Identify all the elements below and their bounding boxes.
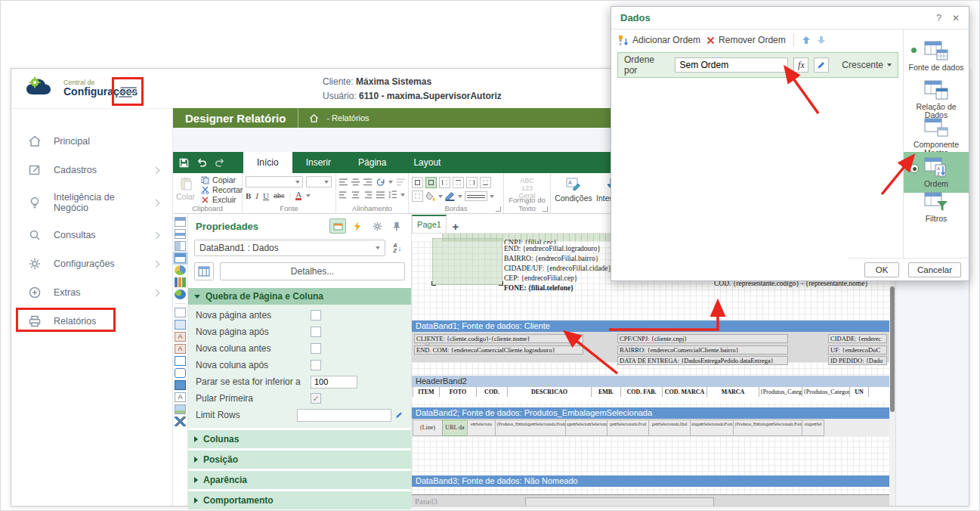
- checkbox-nova-coluna-apos[interactable]: [311, 360, 321, 370]
- scrollbar-thumb[interactable]: [890, 286, 895, 412]
- tab-pagina[interactable]: Página: [345, 152, 400, 173]
- text-wrap-icon[interactable]: [397, 178, 405, 186]
- border-all-button[interactable]: [412, 177, 423, 188]
- toolbox-tools-icon[interactable]: [175, 417, 186, 426]
- field-cpf-cnpj[interactable]: CPF/CNPJ: {cliente.cnpj}: [617, 334, 788, 343]
- data-cell[interactable]: gemSelecionada.Dad: [648, 420, 691, 436]
- header-cell[interactable]: FOTO: [439, 387, 477, 397]
- group-expander-icon[interactable]: [543, 206, 548, 212]
- undo-icon[interactable]: [196, 158, 207, 168]
- fx-button[interactable]: fx: [793, 57, 808, 73]
- toolbox-rect2-icon[interactable]: [175, 368, 186, 378]
- dialog-titlebar[interactable]: Dados ? ✕: [611, 7, 969, 29]
- databand3[interactable]: DataBand3; Fonte de dados: Não Nomeado: [412, 475, 889, 487]
- data-cell[interactable]: emSeleciona: [467, 420, 496, 436]
- header-cell[interactable]: EMB.: [591, 387, 621, 397]
- nav-relacao-de-dados[interactable]: Relação de Dados: [904, 79, 969, 119]
- band-detail-icon-button[interactable]: [194, 262, 214, 280]
- field-uf[interactable]: UF: {enderecoDoC: [828, 345, 887, 355]
- image-placeholder[interactable]: [432, 238, 502, 285]
- align-right-icon[interactable]: [363, 191, 372, 199]
- data-cell-selected[interactable]: URL da: [442, 420, 468, 436]
- field-cidade[interactable]: CIDADE: {enderec: [828, 334, 887, 343]
- align-bottom-icon[interactable]: [363, 178, 372, 186]
- databand1-title[interactable]: DataBand1; Fonte de dados: Cliente: [412, 321, 889, 332]
- field-data-entrega[interactable]: DATA DE ENTREGA: {DadosEntregaPedido.dat…: [617, 356, 788, 365]
- align-left-icon[interactable]: [339, 191, 348, 199]
- header-cell[interactable]: {Produtos_Categoria.nome: [802, 387, 850, 397]
- stop-if-less-input[interactable]: [311, 376, 357, 389]
- headerband2[interactable]: HeaderBand2 ITEM FOTO COD. DESCRICAO EMB…: [412, 376, 889, 402]
- databand2[interactable]: DataBand2; Fonte de dados: Produtos_Emba…: [412, 407, 889, 437]
- group-expander-icon[interactable]: [496, 206, 501, 212]
- cancel-button[interactable]: Cancelar: [908, 262, 961, 277]
- panel3-field[interactable]: [525, 497, 714, 506]
- field-id-pedido[interactable]: ID PEDIDO: {Dado: [828, 356, 887, 365]
- border-right-button[interactable]: [466, 177, 478, 188]
- underline-button[interactable]: U: [263, 191, 269, 200]
- toolbox-image-icon[interactable]: [175, 404, 186, 414]
- dialog-help-button[interactable]: ?: [936, 13, 941, 23]
- paste-button[interactable]: Colar: [176, 175, 195, 204]
- tab-inicio[interactable]: Início: [243, 152, 292, 173]
- limit-rows-input[interactable]: [297, 409, 391, 422]
- nav-filtros[interactable]: Filtros: [904, 191, 969, 223]
- redo-icon[interactable]: [215, 158, 225, 168]
- toolbox-table-icon[interactable]: [175, 253, 186, 263]
- toolbox-text2-icon[interactable]: A: [175, 344, 186, 354]
- component-selector[interactable]: DataBand1 : Dados: [194, 240, 385, 256]
- panel3-band[interactable]: Panel3: [412, 494, 889, 506]
- section-posicao[interactable]: Posição: [188, 451, 411, 469]
- order-by-input[interactable]: [675, 57, 788, 73]
- border-none-button[interactable]: [412, 190, 423, 202]
- data-cell[interactable]: {Produtos_EmbalagemSelecionada.Produtos.…: [495, 420, 566, 436]
- data-cell[interactable]: alagemSelecionada.Forn: [690, 420, 734, 436]
- tab-layout[interactable]: Layout: [400, 152, 454, 173]
- toolbox-crosstab-icon[interactable]: [175, 241, 186, 251]
- order-radio[interactable]: [910, 164, 919, 173]
- font-family-select[interactable]: [246, 176, 303, 187]
- sort-properties-button[interactable]: AZ ↓: [390, 240, 405, 256]
- breadcrumb-home-icon[interactable]: [309, 113, 319, 123]
- section-comportamento[interactable]: Comportamento: [188, 491, 411, 509]
- nav-fonte-de-dados[interactable]: Fonte de dados: [904, 40, 969, 72]
- align-center-icon[interactable]: [351, 191, 360, 199]
- properties-events-icon[interactable]: [349, 218, 366, 234]
- border-left-button[interactable]: [439, 177, 450, 188]
- page-tab[interactable]: Page1: [412, 215, 447, 233]
- field-bairro[interactable]: BAIRRO: {enderecoComercialCliente.bairro…: [617, 345, 788, 355]
- border-color-pen-icon[interactable]: [445, 191, 456, 201]
- data-cell[interactable]: alagemSel: [802, 420, 824, 436]
- field-cliente[interactable]: CLIENTE: {cliente.codigo}-{cliente.nome}: [414, 334, 583, 343]
- toolbox-band2-icon[interactable]: [175, 229, 186, 239]
- rotate-text-icon[interactable]: [376, 178, 385, 187]
- sidebar-item-cadastros[interactable]: Cadastros: [11, 156, 172, 184]
- toolbox-page-icon[interactable]: [175, 308, 186, 317]
- header-cell[interactable]: UN: [849, 387, 869, 397]
- cut-button[interactable]: Recortar: [199, 185, 244, 194]
- strikethrough-button[interactable]: abc: [274, 192, 285, 200]
- data-cell[interactable]: agemSeleciomSelecionada.Prod: [565, 420, 607, 436]
- checkbox-nova-pagina-antes[interactable]: [311, 310, 321, 321]
- fill-color-icon[interactable]: [425, 191, 436, 201]
- move-down-icon[interactable]: [817, 36, 826, 45]
- copy-button[interactable]: Copiar: [199, 175, 244, 184]
- properties-settings-icon[interactable]: [369, 218, 385, 234]
- menu-toggle-icon[interactable]: [119, 86, 137, 97]
- border-top-button[interactable]: [453, 177, 464, 188]
- align-top-icon[interactable]: [339, 178, 348, 186]
- header-cell[interactable]: ITEM: [413, 387, 440, 397]
- sidebar-item-principal[interactable]: Principal: [11, 127, 172, 156]
- checkbox-nova-pagina-apos[interactable]: [311, 327, 321, 337]
- toolbox-panel-icon[interactable]: [175, 380, 186, 390]
- edit-expression-button[interactable]: [814, 57, 829, 73]
- toolbox-globe-icon[interactable]: [175, 290, 186, 299]
- remove-order-button[interactable]: Remover Ordem: [706, 35, 786, 45]
- section-quebra[interactable]: Quebra de Página e Coluna: [188, 288, 411, 305]
- move-up-icon[interactable]: [802, 36, 811, 45]
- line-spacing-icon[interactable]: [388, 190, 397, 199]
- border-style-select[interactable]: [465, 191, 487, 201]
- add-order-button[interactable]: az Adicionar Ordem: [619, 35, 700, 45]
- data-cell[interactable]: (Line): [413, 420, 443, 436]
- italic-button[interactable]: I: [255, 191, 258, 200]
